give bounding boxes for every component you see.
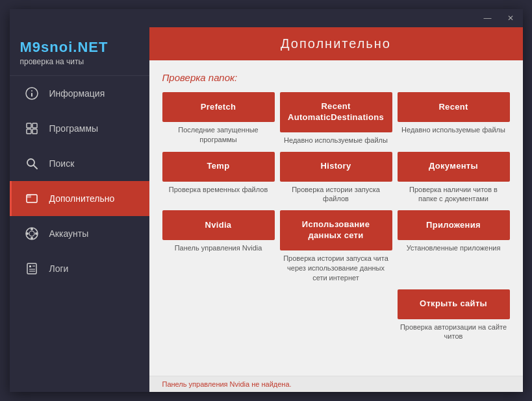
content-header: Дополнительно [149, 27, 523, 60]
grid-cell-apps: Приложения Установленные приложения [398, 210, 510, 282]
network-desc: Проверка истории запуска чита через испо… [280, 254, 392, 283]
grid-cell-network: Использование данных сети Проверка истор… [280, 210, 392, 282]
svg-rect-1 [31, 93, 32, 97]
open-sites-button[interactable]: Открыть сайты [398, 289, 510, 319]
svg-point-7 [27, 159, 34, 166]
main-area: M9snoi.NET проверка на читы Информация [10, 27, 523, 392]
content-area: Дополнительно Проверка папок: Prefetch П… [149, 27, 523, 392]
logo-subtitle: проверка на читы [20, 57, 139, 66]
status-bar: Панель управления Nvidia не найдена. [149, 376, 523, 392]
content-body: Проверка папок: Prefetch Последние запущ… [149, 60, 523, 376]
apps-desc: Установленные приложения [404, 243, 503, 253]
section-title: Проверка папок: [162, 72, 510, 83]
svg-rect-18 [29, 265, 31, 267]
info-icon [23, 85, 40, 102]
sidebar-item-extra[interactable]: Дополнительно [10, 181, 149, 216]
svg-rect-17 [27, 263, 36, 274]
minimize-button[interactable]: — [480, 12, 496, 24]
sidebar-item-accounts[interactable]: Аккаунты [10, 216, 149, 251]
svg-point-13 [31, 228, 33, 230]
grid-cell-recent-auto: Recent AutomaticDestinations Недавно исп… [280, 92, 392, 145]
grid-cell-prefetch: Prefetch Последние запущенные программы [162, 92, 275, 145]
sidebar-label-info: Информация [49, 88, 105, 99]
apps-button[interactable]: Приложения [398, 210, 510, 240]
network-button[interactable]: Использование данных сети [280, 210, 392, 250]
grid-cell-recent: Recent Недавно используемые файлы [398, 92, 510, 145]
prefetch-button[interactable]: Prefetch [162, 92, 275, 122]
nvidia-desc: Панель управления Nvidia [172, 243, 265, 253]
sidebar-item-programs[interactable]: Программы [10, 111, 149, 146]
page-title: Дополнительно [281, 36, 391, 51]
sidebar: M9snoi.NET проверка на читы Информация [10, 27, 149, 392]
svg-rect-4 [32, 123, 37, 128]
sidebar-label-search: Поиск [49, 158, 75, 169]
grid-cell-documents: Документы Проверка наличии читов в папке… [398, 152, 510, 204]
svg-rect-5 [27, 129, 31, 134]
history-button[interactable]: History [280, 152, 392, 182]
main-window: — ✕ M9snoi.NET проверка на читы Ин [10, 9, 523, 392]
sidebar-item-logs[interactable]: Логи [10, 251, 149, 286]
sidebar-label-accounts: Аккаунты [49, 228, 89, 239]
grid-cell-history: History Проверка истории запуска файлов [280, 152, 392, 204]
svg-rect-3 [27, 123, 31, 128]
history-desc: Проверка истории запуска файлов [280, 185, 392, 204]
svg-line-8 [34, 165, 37, 169]
nvidia-button[interactable]: Nvidia [162, 210, 275, 240]
svg-rect-10 [27, 195, 31, 198]
sidebar-item-info[interactable]: Информация [10, 76, 149, 111]
recent-auto-desc: Недавно используемые файлы [281, 136, 390, 145]
svg-point-12 [29, 231, 34, 236]
logs-icon [23, 260, 40, 277]
svg-rect-2 [31, 90, 32, 91]
sidebar-label-programs: Программы [49, 123, 99, 134]
accounts-icon [23, 225, 40, 242]
sidebar-label-extra: Дополнительно [49, 193, 115, 204]
documents-button[interactable]: Документы [398, 152, 510, 182]
recent-desc: Недавно используемые файлы [399, 125, 508, 135]
sidebar-logo: M9snoi.NET проверка на читы [10, 27, 149, 76]
grid-cell-open-sites: Открыть сайты Проверка авторизации на са… [398, 289, 510, 342]
grid-cell-temp: Temp Проверка временных файлов [162, 152, 275, 204]
open-sites-desc: Проверка авторизации на сайте читов [398, 322, 510, 342]
close-button[interactable]: ✕ [503, 12, 518, 24]
sidebar-item-search[interactable]: Поиск [10, 146, 149, 181]
documents-desc: Проверка наличии читов в папке с докумен… [398, 185, 510, 204]
search-icon [23, 155, 40, 172]
status-text: Панель управления Nvidia не найдена. [162, 380, 292, 388]
recent-button[interactable]: Recent [398, 92, 510, 122]
temp-desc: Проверка временных файлов [166, 185, 271, 195]
folders-grid: Prefetch Последние запущенные программы … [162, 92, 510, 348]
svg-point-14 [31, 237, 33, 239]
extra-icon [23, 190, 40, 207]
programs-icon [23, 120, 40, 137]
sidebar-label-logs: Логи [49, 263, 69, 274]
temp-button[interactable]: Temp [162, 152, 275, 182]
svg-point-15 [26, 232, 29, 235]
prefetch-desc: Последние запущенные программы [162, 125, 275, 145]
svg-point-16 [35, 232, 38, 235]
titlebar: — ✕ [10, 9, 523, 27]
logo-title: M9snoi.NET [20, 39, 139, 56]
recent-auto-button[interactable]: Recent AutomaticDestinations [280, 92, 392, 132]
logo-net: NET [77, 39, 108, 55]
logo-m9snoi: M9snoi. [20, 39, 78, 55]
svg-rect-6 [32, 129, 37, 134]
grid-cell-nvidia: Nvidia Панель управления Nvidia [162, 210, 275, 282]
